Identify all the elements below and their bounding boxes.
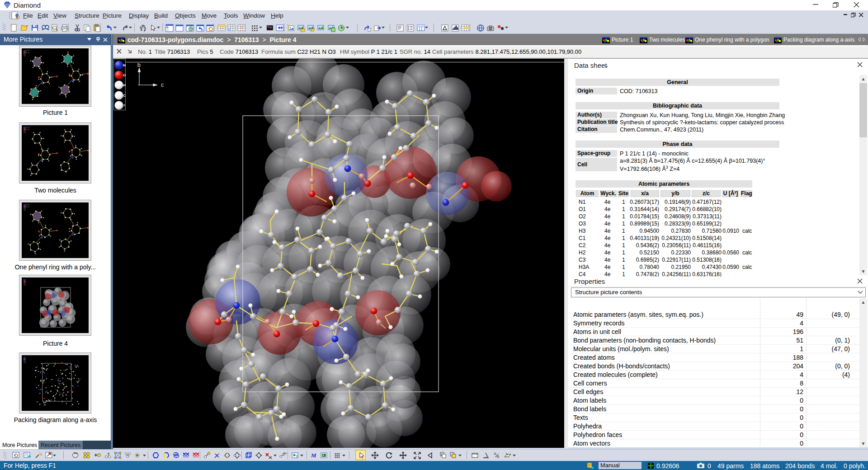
svg-text:N: N xyxy=(123,63,126,67)
svg-text:?: ? xyxy=(107,452,110,456)
svg-text:O: O xyxy=(123,73,126,77)
svg-text:C: C xyxy=(123,94,126,98)
svg-text:c: c xyxy=(161,82,164,88)
svg-text:Fe: Fe xyxy=(283,452,287,455)
svg-text:H: H xyxy=(123,83,126,87)
svg-text:M: M xyxy=(311,452,316,459)
svg-text:?: ? xyxy=(123,103,125,108)
svg-text:b: b xyxy=(137,62,141,68)
